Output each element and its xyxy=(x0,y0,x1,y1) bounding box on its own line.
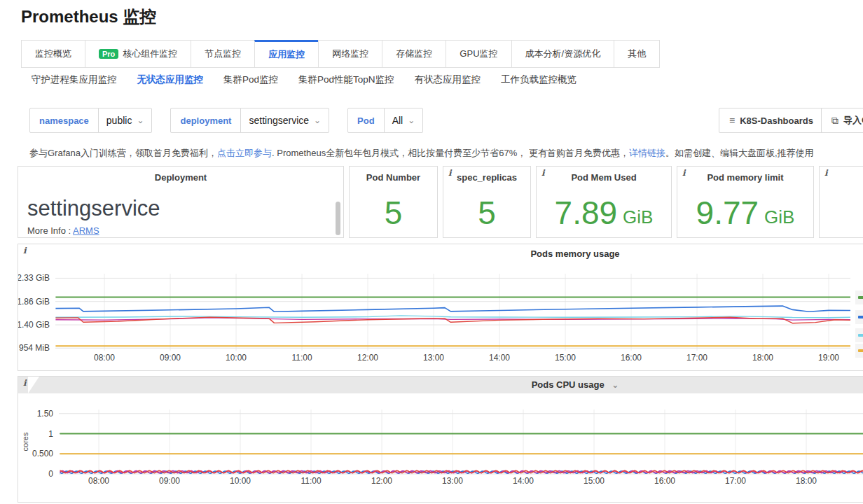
x-axis-tick-label: 17:00 xyxy=(725,476,746,486)
stat-panel-partial: i xyxy=(819,166,863,238)
stat-number: 7.89 xyxy=(555,197,618,229)
promo-banner: 参与Grafana入门训练营，领取首月免费福利，点击立即参与. Promethe… xyxy=(29,147,863,160)
k8s-dashboards-button[interactable]: ≡ K8S-Dashboards xyxy=(719,108,824,133)
main-tab-8[interactable]: 其他 xyxy=(614,40,660,68)
stat-panel-3: iPod memory limit9.77GiB xyxy=(677,166,814,238)
stat-panel-value: 7.89GiB xyxy=(537,188,671,237)
x-axis-tick-label: 09:00 xyxy=(160,353,181,363)
x-axis-tick-label: 13:00 xyxy=(423,353,444,363)
main-tab-label: 核心组件监控 xyxy=(123,48,177,60)
sub-tab-1[interactable]: 无状态应用监控 xyxy=(137,74,204,86)
y-axis-tick-label: 2.33 GiB xyxy=(18,273,50,283)
deployment-value: settingservice xyxy=(27,196,160,221)
filter-label-namespace: namespace xyxy=(29,108,99,133)
stat-panel-value: 5 xyxy=(350,188,437,237)
sub-tab-5[interactable]: 工作负载监控概览 xyxy=(501,74,577,86)
main-tab-label: 其他 xyxy=(628,48,646,60)
stat-panels-row: Deployment settingservice More Info : AR… xyxy=(18,166,863,238)
arms-link[interactable]: ARMS xyxy=(73,225,99,236)
chevron-down-icon: ⌄ xyxy=(612,380,619,390)
filter-group-deployment: deploymentsettingservice⌄ xyxy=(170,108,329,133)
stat-number: 5 xyxy=(478,197,496,229)
main-tab-7[interactable]: 成本分析/资源优化 xyxy=(511,40,615,68)
stat-panel-title: spec_replicas xyxy=(443,172,530,183)
y-axis-tick-label: 954 MiB xyxy=(19,343,50,353)
x-axis-tick-label: 10:00 xyxy=(226,353,247,363)
stat-panel-title: Pod memory limit xyxy=(677,172,813,183)
filter-dropdown-namespace[interactable]: public⌄ xyxy=(98,108,153,133)
sub-tab-0[interactable]: 守护进程集应用监控 xyxy=(32,74,117,86)
pods-memory-usage-panel: i Pods memory usage 2.33 GiB1.86 GiB1.40… xyxy=(18,244,863,371)
x-axis-tick-label: 12:00 xyxy=(371,476,392,486)
main-tab-bar: 监控概览Pro核心组件监控节点监控应用监控网络监控存储监控GPU监控成本分析/资… xyxy=(21,40,660,68)
x-axis-tick-label: 18:00 xyxy=(752,353,773,363)
filter-label-Pod: Pod xyxy=(347,108,385,133)
sub-tab-3[interactable]: 集群Pod性能TopN监控 xyxy=(298,74,394,86)
y-axis-tick-label: 0.500 xyxy=(32,449,53,458)
stat-number: 9.77 xyxy=(696,197,759,229)
main-tab-label: 网络监控 xyxy=(332,48,368,60)
x-axis-tick-label: 16:00 xyxy=(654,476,675,486)
main-tab-2[interactable]: 节点监控 xyxy=(191,40,255,68)
deployment-stat-panel: Deployment settingservice More Info : AR… xyxy=(18,166,344,238)
pro-badge: Pro xyxy=(99,49,118,59)
stat-panel-2: iPod Mem Used7.89GiB xyxy=(536,166,672,238)
info-icon[interactable]: i xyxy=(824,168,828,178)
deployment-panel-scrollbar[interactable] xyxy=(336,202,340,235)
y-axis-tick-label: 1 xyxy=(48,429,53,439)
banner-link-details[interactable]: 详情链接 xyxy=(629,148,665,158)
filter-group-namespace: namespacepublic⌄ xyxy=(29,108,152,133)
stat-panel-title: Pod Number xyxy=(350,172,437,183)
x-axis-tick-label: 19:00 xyxy=(818,353,839,363)
x-axis-tick-label: 08:00 xyxy=(88,476,109,486)
main-tab-0[interactable]: 监控概览 xyxy=(21,40,85,68)
sub-tab-2[interactable]: 集群Pod监控 xyxy=(223,74,278,86)
x-axis-tick-label: 08:00 xyxy=(94,353,115,363)
main-tab-4[interactable]: 网络监控 xyxy=(318,40,382,68)
stat-panel-0: Pod Number5 xyxy=(349,166,438,238)
banner-text-3: 。如需创建、编辑大盘面板,推荐使用 xyxy=(665,148,814,158)
chevron-down-icon: ⌄ xyxy=(137,115,144,125)
stat-unit: GiB xyxy=(764,197,794,228)
main-tab-5[interactable]: 存储监控 xyxy=(382,40,446,68)
info-icon[interactable]: i xyxy=(541,168,545,178)
import-button[interactable]: ⧉ 导入G xyxy=(821,108,863,133)
series-pod-memory-blue xyxy=(55,306,850,312)
x-axis-tick-label: 14:00 xyxy=(513,476,534,486)
filter-dropdown-Pod[interactable]: All⌄ xyxy=(384,108,424,133)
more-info-label: More Info : xyxy=(27,225,71,236)
y-axis-tick-label: 1.86 GiB xyxy=(18,297,50,307)
import-label: 导入G xyxy=(843,114,863,127)
main-tab-3[interactable]: 应用监控 xyxy=(254,40,319,68)
x-axis-tick-label: 13:00 xyxy=(442,476,463,486)
stat-panel-title: Pod Mem Used xyxy=(537,172,671,183)
pods-cpu-usage-chart: 1.5010.500008:0009:0010:0011:0012:0013:0… xyxy=(18,377,863,503)
deployment-more-info: More Info : ARMS xyxy=(27,225,99,236)
stat-unit: GiB xyxy=(623,197,653,228)
info-icon[interactable]: i xyxy=(682,168,686,178)
main-tab-6[interactable]: GPU监控 xyxy=(446,40,511,68)
main-tab-label: 应用监控 xyxy=(268,48,305,61)
k8s-dashboards-label: K8S-Dashboards xyxy=(740,115,813,126)
filter-bar: namespacepublic⌄deploymentsettingservice… xyxy=(29,108,423,133)
filter-dropdown-deployment[interactable]: settingservice⌄ xyxy=(240,108,329,133)
info-icon[interactable]: i xyxy=(448,168,452,178)
cpu-chart-title[interactable]: Pods CPU usage ⌄ xyxy=(18,379,863,390)
y-axis-tick-label: 0 xyxy=(48,469,53,479)
x-axis-tick-label: 11:00 xyxy=(291,353,312,363)
y-axis-unit-label: cores xyxy=(21,432,29,451)
pods-memory-usage-chart: 2.33 GiB1.86 GiB1.40 GiB954 MiB08:0009:0… xyxy=(18,244,863,372)
x-axis-tick-label: 16:00 xyxy=(621,353,642,363)
main-tab-1[interactable]: Pro核心组件监控 xyxy=(85,40,191,68)
external-link-icon: ⧉ xyxy=(831,115,838,127)
y-axis-tick-label: 1.40 GiB xyxy=(18,320,50,330)
x-axis-tick-label: 09:00 xyxy=(159,476,180,486)
banner-text-1: 参与Grafana入门训练营，领取首月免费福利， xyxy=(29,148,217,158)
banner-link-join[interactable]: 点击立即参与 xyxy=(217,148,272,158)
sub-tab-4[interactable]: 有状态应用监控 xyxy=(415,74,481,86)
chevron-down-icon: ⌄ xyxy=(314,115,321,125)
stat-panel-value: 9.77GiB xyxy=(677,188,813,237)
y-axis-tick-label: 1.50 xyxy=(37,409,54,419)
page-title: Prometheus 监控 xyxy=(21,6,156,28)
filter-group-Pod: PodAll⌄ xyxy=(347,108,423,133)
